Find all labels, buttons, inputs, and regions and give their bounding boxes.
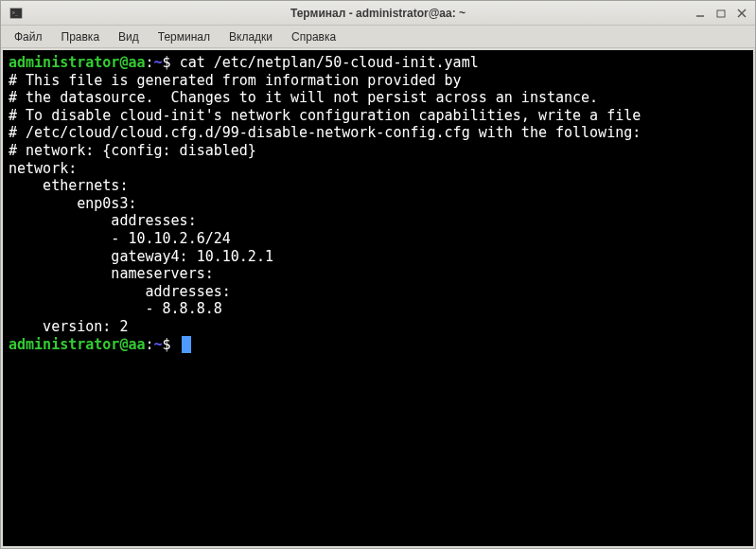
menu-file[interactable]: Файл	[5, 27, 52, 46]
output-line: # network: {config: disabled}	[9, 142, 256, 159]
output-line: network:	[9, 160, 77, 177]
prompt-user-host: administrator@aa	[9, 54, 146, 71]
prompt-path: ~	[154, 336, 163, 353]
maximize-button[interactable]	[713, 6, 729, 21]
prompt-symbol: $	[163, 54, 171, 71]
output-line: # To disable cloud-init's network config…	[9, 107, 641, 124]
window-title: Терминал - administrator@aa: ~	[7, 7, 749, 20]
menu-view[interactable]: Вид	[109, 27, 149, 46]
menu-terminal[interactable]: Терминал	[149, 27, 220, 46]
output-line: - 8.8.8.8	[9, 300, 222, 317]
svg-text:>_: >_	[12, 9, 19, 15]
output-line: nameservers:	[9, 265, 214, 282]
output-line: ethernets:	[9, 177, 128, 194]
prompt-symbol: $	[163, 336, 171, 353]
prompt-colon: :	[146, 54, 154, 71]
output-line: version: 2	[9, 318, 128, 335]
menubar: Файл Правка Вид Терминал Вкладки Справка	[1, 26, 755, 48]
svg-rect-3	[717, 10, 725, 17]
app-icon: >_	[9, 6, 24, 21]
output-line: # /etc/cloud/cloud.cfg.d/99-disable-netw…	[9, 124, 641, 141]
prompt-path: ~	[154, 54, 163, 71]
menu-edit[interactable]: Правка	[52, 27, 110, 46]
close-button[interactable]	[734, 6, 749, 21]
output-line: enp0s3:	[9, 195, 136, 212]
window-controls	[693, 6, 749, 21]
menu-tabs[interactable]: Вкладки	[220, 27, 282, 46]
output-line: # the datasource. Changes to it will not…	[9, 89, 598, 106]
command-text: cat /etc/netplan/50-cloud-init.yaml	[180, 54, 479, 71]
output-line: # This file is generated from informatio…	[9, 72, 462, 89]
terminal-output-area[interactable]: administrator@aa:~$ cat /etc/netplan/50-…	[3, 50, 753, 546]
minimize-button[interactable]	[693, 6, 708, 21]
output-line: gateway4: 10.10.2.1	[9, 248, 273, 265]
titlebar[interactable]: >_ Терминал - administrator@aa: ~	[1, 1, 755, 26]
cursor-icon	[182, 336, 191, 353]
output-line: addresses:	[9, 212, 197, 229]
menu-help[interactable]: Справка	[282, 27, 345, 46]
terminal-window: >_ Терминал - administrator@aa: ~ Файл П…	[0, 0, 756, 549]
prompt-colon: :	[146, 336, 154, 353]
output-line: - 10.10.2.6/24	[9, 230, 231, 247]
prompt-user-host: administrator@aa	[9, 336, 146, 353]
output-line: addresses:	[9, 283, 231, 300]
